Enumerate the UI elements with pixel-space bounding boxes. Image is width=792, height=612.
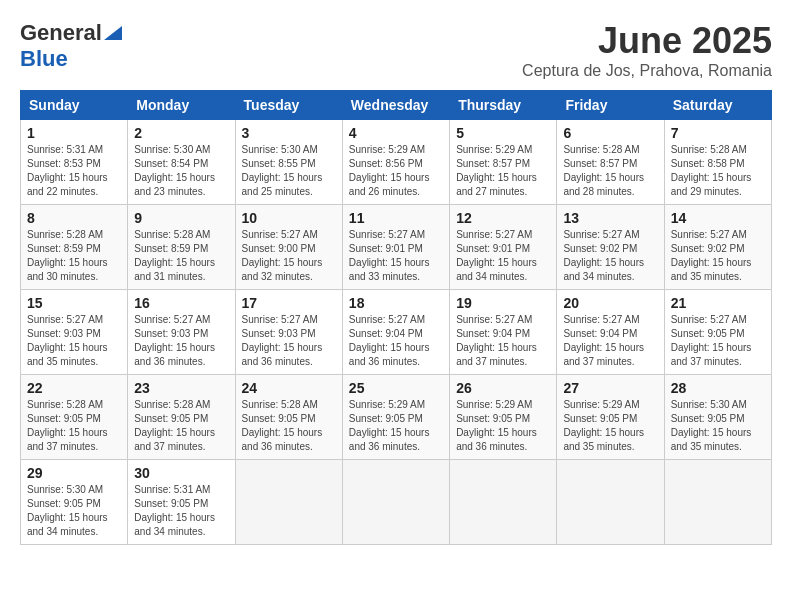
sunrise-text: Sunrise: 5:29 AM (456, 399, 532, 410)
sunset-text: Sunset: 9:05 PM (671, 328, 745, 339)
daylight-text: Daylight: 15 hours and 28 minutes. (563, 172, 644, 197)
daylight-text: Daylight: 15 hours and 36 minutes. (349, 342, 430, 367)
sunset-text: Sunset: 8:53 PM (27, 158, 101, 169)
day-number: 10 (242, 210, 336, 226)
sunrise-text: Sunrise: 5:27 AM (134, 314, 210, 325)
sunset-text: Sunset: 9:04 PM (456, 328, 530, 339)
sunrise-text: Sunrise: 5:27 AM (563, 229, 639, 240)
sunset-text: Sunset: 9:03 PM (27, 328, 101, 339)
sunrise-text: Sunrise: 5:27 AM (242, 229, 318, 240)
calendar-cell: 27Sunrise: 5:29 AMSunset: 9:05 PMDayligh… (557, 375, 664, 460)
day-number: 2 (134, 125, 228, 141)
sunrise-text: Sunrise: 5:27 AM (349, 314, 425, 325)
sunset-text: Sunset: 8:59 PM (134, 243, 208, 254)
daylight-text: Daylight: 15 hours and 37 minutes. (27, 427, 108, 452)
day-info: Sunrise: 5:29 AMSunset: 9:05 PMDaylight:… (563, 398, 657, 454)
day-info: Sunrise: 5:27 AMSunset: 9:03 PMDaylight:… (242, 313, 336, 369)
daylight-text: Daylight: 15 hours and 36 minutes. (349, 427, 430, 452)
svg-marker-0 (104, 26, 122, 40)
day-info: Sunrise: 5:30 AMSunset: 9:05 PMDaylight:… (671, 398, 765, 454)
sunrise-text: Sunrise: 5:30 AM (242, 144, 318, 155)
daylight-text: Daylight: 15 hours and 37 minutes. (134, 427, 215, 452)
day-info: Sunrise: 5:27 AMSunset: 9:04 PMDaylight:… (456, 313, 550, 369)
day-info: Sunrise: 5:30 AMSunset: 8:54 PMDaylight:… (134, 143, 228, 199)
day-info: Sunrise: 5:29 AMSunset: 8:57 PMDaylight:… (456, 143, 550, 199)
daylight-text: Daylight: 15 hours and 35 minutes. (27, 342, 108, 367)
sunset-text: Sunset: 9:05 PM (563, 413, 637, 424)
calendar-cell (557, 460, 664, 545)
calendar-cell: 9Sunrise: 5:28 AMSunset: 8:59 PMDaylight… (128, 205, 235, 290)
calendar-cell: 7Sunrise: 5:28 AMSunset: 8:58 PMDaylight… (664, 120, 771, 205)
daylight-text: Daylight: 15 hours and 23 minutes. (134, 172, 215, 197)
calendar-cell: 23Sunrise: 5:28 AMSunset: 9:05 PMDayligh… (128, 375, 235, 460)
daylight-text: Daylight: 15 hours and 35 minutes. (563, 427, 644, 452)
calendar-cell: 5Sunrise: 5:29 AMSunset: 8:57 PMDaylight… (450, 120, 557, 205)
calendar-cell: 13Sunrise: 5:27 AMSunset: 9:02 PMDayligh… (557, 205, 664, 290)
daylight-text: Daylight: 15 hours and 37 minutes. (671, 342, 752, 367)
day-info: Sunrise: 5:28 AMSunset: 9:05 PMDaylight:… (134, 398, 228, 454)
daylight-text: Daylight: 15 hours and 25 minutes. (242, 172, 323, 197)
day-number: 23 (134, 380, 228, 396)
sunset-text: Sunset: 8:55 PM (242, 158, 316, 169)
day-info: Sunrise: 5:27 AMSunset: 9:00 PMDaylight:… (242, 228, 336, 284)
daylight-text: Daylight: 15 hours and 35 minutes. (671, 427, 752, 452)
day-info: Sunrise: 5:28 AMSunset: 8:57 PMDaylight:… (563, 143, 657, 199)
sunset-text: Sunset: 8:54 PM (134, 158, 208, 169)
calendar-cell: 18Sunrise: 5:27 AMSunset: 9:04 PMDayligh… (342, 290, 449, 375)
sunrise-text: Sunrise: 5:27 AM (671, 229, 747, 240)
day-info: Sunrise: 5:27 AMSunset: 9:04 PMDaylight:… (349, 313, 443, 369)
day-number: 11 (349, 210, 443, 226)
day-number: 30 (134, 465, 228, 481)
day-info: Sunrise: 5:29 AMSunset: 9:05 PMDaylight:… (349, 398, 443, 454)
calendar-cell: 4Sunrise: 5:29 AMSunset: 8:56 PMDaylight… (342, 120, 449, 205)
sunset-text: Sunset: 9:05 PM (671, 413, 745, 424)
calendar-cell: 30Sunrise: 5:31 AMSunset: 9:05 PMDayligh… (128, 460, 235, 545)
day-info: Sunrise: 5:27 AMSunset: 9:02 PMDaylight:… (671, 228, 765, 284)
sunset-text: Sunset: 9:02 PM (671, 243, 745, 254)
calendar-subtitle: Ceptura de Jos, Prahova, Romania (522, 62, 772, 80)
sunset-text: Sunset: 8:59 PM (27, 243, 101, 254)
sunset-text: Sunset: 9:05 PM (27, 498, 101, 509)
sunset-text: Sunset: 9:05 PM (349, 413, 423, 424)
sunset-text: Sunset: 8:57 PM (563, 158, 637, 169)
sunrise-text: Sunrise: 5:29 AM (456, 144, 532, 155)
calendar-cell: 8Sunrise: 5:28 AMSunset: 8:59 PMDaylight… (21, 205, 128, 290)
calendar-week-5: 29Sunrise: 5:30 AMSunset: 9:05 PMDayligh… (21, 460, 772, 545)
calendar-cell: 20Sunrise: 5:27 AMSunset: 9:04 PMDayligh… (557, 290, 664, 375)
daylight-text: Daylight: 15 hours and 34 minutes. (456, 257, 537, 282)
sunrise-text: Sunrise: 5:27 AM (456, 314, 532, 325)
calendar-cell: 19Sunrise: 5:27 AMSunset: 9:04 PMDayligh… (450, 290, 557, 375)
page-header: General Blue June 2025 Ceptura de Jos, P… (20, 20, 772, 80)
weekday-sunday: Sunday (21, 91, 128, 120)
sunset-text: Sunset: 9:05 PM (27, 413, 101, 424)
day-info: Sunrise: 5:27 AMSunset: 9:02 PMDaylight:… (563, 228, 657, 284)
calendar-cell: 24Sunrise: 5:28 AMSunset: 9:05 PMDayligh… (235, 375, 342, 460)
day-number: 26 (456, 380, 550, 396)
calendar-week-4: 22Sunrise: 5:28 AMSunset: 9:05 PMDayligh… (21, 375, 772, 460)
calendar-cell: 25Sunrise: 5:29 AMSunset: 9:05 PMDayligh… (342, 375, 449, 460)
calendar-cell: 12Sunrise: 5:27 AMSunset: 9:01 PMDayligh… (450, 205, 557, 290)
calendar-week-1: 1Sunrise: 5:31 AMSunset: 8:53 PMDaylight… (21, 120, 772, 205)
day-info: Sunrise: 5:31 AMSunset: 8:53 PMDaylight:… (27, 143, 121, 199)
day-number: 9 (134, 210, 228, 226)
day-number: 19 (456, 295, 550, 311)
calendar-cell: 10Sunrise: 5:27 AMSunset: 9:00 PMDayligh… (235, 205, 342, 290)
calendar-cell: 28Sunrise: 5:30 AMSunset: 9:05 PMDayligh… (664, 375, 771, 460)
calendar-cell: 3Sunrise: 5:30 AMSunset: 8:55 PMDaylight… (235, 120, 342, 205)
weekday-monday: Monday (128, 91, 235, 120)
day-info: Sunrise: 5:29 AMSunset: 8:56 PMDaylight:… (349, 143, 443, 199)
day-info: Sunrise: 5:29 AMSunset: 9:05 PMDaylight:… (456, 398, 550, 454)
daylight-text: Daylight: 15 hours and 36 minutes. (456, 427, 537, 452)
sunrise-text: Sunrise: 5:28 AM (27, 399, 103, 410)
calendar-title: June 2025 (522, 20, 772, 62)
calendar-cell: 2Sunrise: 5:30 AMSunset: 8:54 PMDaylight… (128, 120, 235, 205)
daylight-text: Daylight: 15 hours and 35 minutes. (671, 257, 752, 282)
sunset-text: Sunset: 9:00 PM (242, 243, 316, 254)
weekday-tuesday: Tuesday (235, 91, 342, 120)
sunrise-text: Sunrise: 5:27 AM (563, 314, 639, 325)
sunset-text: Sunset: 9:01 PM (349, 243, 423, 254)
day-info: Sunrise: 5:28 AMSunset: 9:05 PMDaylight:… (27, 398, 121, 454)
sunrise-text: Sunrise: 5:27 AM (27, 314, 103, 325)
day-info: Sunrise: 5:30 AMSunset: 9:05 PMDaylight:… (27, 483, 121, 539)
weekday-wednesday: Wednesday (342, 91, 449, 120)
